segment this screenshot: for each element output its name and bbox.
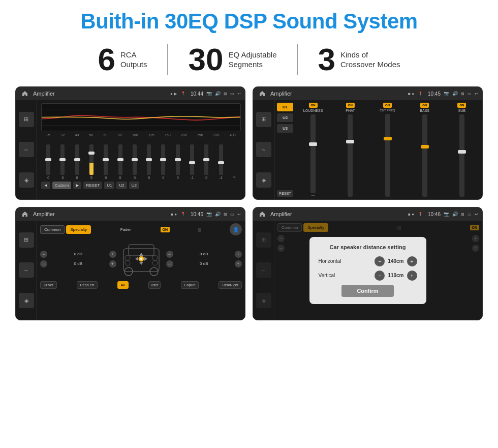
eq-slider-13: » [233,174,236,180]
fader-db-plus-1[interactable]: + [109,251,116,258]
crossover-status-bar: Amplifier ■ ● 📍 10:45 📷 🔊 ⊠ ▭ ↩ [253,87,482,100]
fader-rearleft-btn[interactable]: RearLeft [77,281,98,289]
fader-sidebar-btn-3[interactable]: ◈ [19,293,34,308]
cutfreq-slider[interactable] [385,114,390,197]
fader-app-name: Amplifier [33,211,168,217]
eq-u3-btn[interactable]: U3 [129,182,139,189]
fader-all-btn[interactable]: All [117,281,129,289]
bass-toggle[interactable]: ON [420,103,429,108]
home-icon-3[interactable] [20,209,30,219]
sub-slider[interactable] [459,114,464,197]
fader-rearright-btn[interactable]: RearRight [219,281,242,289]
fader-tabs: Common Specialty [40,225,91,234]
crossover-u3-btn[interactable]: U3 [277,124,293,133]
eq-u2-btn[interactable]: U2 [116,182,127,189]
eq-main-area: 25 32 40 50 63 80 100 125 160 200 250 32… [37,100,245,199]
eq-sidebar-btn-2[interactable]: ～ [19,142,34,157]
horizontal-label: Horizontal [319,258,341,264]
cutfreq-toggle[interactable]: ON [383,103,392,108]
dialog-sidebar-btn-1[interactable]: ⊞ [256,232,271,248]
bass-slider[interactable] [422,114,427,197]
fader-sidebar-btn-1[interactable]: ⊞ [19,232,34,248]
eq-sidebar-btn-3[interactable]: ◈ [19,172,34,188]
svg-point-10 [125,260,130,265]
stat-number-eq: 30 [188,44,223,75]
fader-db-plus-2[interactable]: + [109,260,116,267]
fader-bottom-bar: Driver RearLeft All User Copilot RearRig… [40,281,242,289]
horizontal-plus-btn[interactable]: + [407,256,417,266]
sub-name: SUB [458,109,465,112]
eq-u1-btn[interactable]: U1 [104,182,114,189]
fader-db-val-4: 0 dB [175,261,233,266]
distance-dialog: Car speaker distance setting Horizontal … [309,237,426,304]
dialog-sidebar-btn-2[interactable]: ～ [256,262,271,278]
crossover-u-buttons: U1 U2 U3 RESET [277,103,293,197]
fader-db-minus-1[interactable]: − [40,251,47,258]
crossover-u2-btn[interactable]: U2 [277,113,293,122]
fader-avatar[interactable]: 👤 [230,223,242,235]
svg-point-8 [140,258,142,260]
horizontal-minus-btn[interactable]: − [375,256,385,266]
dialog-screen-card: Amplifier ■ ● 📍 10:46 📷 🔊 ⊠ ▭ ↩ ⊞ ～ ◈ [253,207,483,320]
eq-reset-btn[interactable]: RESET [83,182,102,189]
dialog-title: Car speaker distance setting [319,244,417,250]
fader-driver-btn[interactable]: Driver [40,281,57,289]
fader-db-plus-4[interactable]: + [235,260,242,267]
dialog-horizontal-row: Horizontal − 140cm + [319,256,417,266]
eq-screen-card: Amplifier ● ▶ 📍 10:44 📷 🔊 ⊠ ▭ ↩ ⊞ ～ ◈ [15,86,245,200]
crossover-reset-btn[interactable]: RESET [277,190,293,197]
fader-label: Fader [120,227,131,232]
fader-db-minus-4[interactable]: − [166,260,173,267]
home-icon[interactable] [20,88,30,99]
fader-content: ⊞ ～ ◈ Common Specialty Fader ON ||| 👤 [16,221,245,320]
crossover-main-area: U1 U2 U3 RESET ON LOUDNESS [274,100,482,199]
screens-grid: Amplifier ● ▶ 📍 10:44 📷 🔊 ⊠ ▭ ↩ ⊞ ～ ◈ [15,86,483,320]
phat-toggle[interactable]: ON [346,103,355,108]
camera-icon: 📷 [206,91,212,96]
vertical-minus-btn[interactable]: − [375,271,385,281]
home-icon-4[interactable] [257,209,267,219]
eq-next-btn[interactable]: ▶ [73,182,81,189]
fader-on-toggle[interactable]: ON [161,227,170,232]
fader-copilot-btn[interactable]: Copilot [181,281,199,289]
phat-slider[interactable] [348,114,353,197]
fader-db-minus-2[interactable]: − [40,260,47,267]
dialog-time: 10:46 [428,212,441,217]
fader-common-tab[interactable]: Common [40,225,65,234]
home-icon-2[interactable] [257,88,267,99]
eq-sidebar-btn-1[interactable]: ⊞ [19,112,34,127]
crossover-sidebar-btn-2[interactable]: ～ [256,142,271,157]
fader-db-row-1: − 0 dB + [40,251,116,258]
volume-icon: 🔊 [215,91,221,96]
loudness-slider[interactable] [310,114,316,193]
channel-phat: ON PHAT [332,103,368,197]
confirm-button[interactable]: Confirm [341,285,393,297]
dialog-status-bar: Amplifier ■ ● 📍 10:46 📷 🔊 ⊠ ▭ ↩ [253,207,482,221]
crossover-sidebar-btn-3[interactable]: ◈ [256,172,271,188]
eq-status-bar: Amplifier ● ▶ 📍 10:44 📷 🔊 ⊠ ▭ ↩ [16,87,245,100]
eq-slider-6: 0 [133,144,137,180]
loudness-toggle[interactable]: ON [309,103,318,108]
fader-user-btn[interactable]: User [148,281,161,289]
eq-slider-5: 0 [118,144,122,180]
fader-db-val-2: 0 dB [49,261,107,266]
camera-icon-3: 📷 [206,212,212,217]
fader-sidebar-btn-2[interactable]: ～ [19,262,34,278]
eq-freq-labels: 25 32 40 50 63 80 100 125 160 200 250 32… [41,133,241,137]
fader-db-minus-3[interactable]: − [166,251,173,258]
dialog-sidebar-btn-3[interactable]: ◈ [256,293,271,308]
fader-specialty-tab[interactable]: Specialty [66,225,90,234]
vertical-plus-btn[interactable]: + [407,271,417,281]
eq-app-name: Amplifier [33,91,167,97]
sub-toggle[interactable]: ON [457,103,466,108]
fader-db-plus-3[interactable]: + [235,251,242,258]
stats-row: 6 RCA Outputs 30 EQ Adjustable Segments … [15,44,483,75]
stat-eq: 30 EQ Adjustable Segments [168,44,297,75]
crossover-sidebar-btn-1[interactable]: ⊞ [256,112,271,127]
eq-prev-btn[interactable]: ◄ [41,182,50,189]
eq-custom-btn[interactable]: Custom [52,182,72,189]
crossover-u1-btn[interactable]: U1 [277,103,293,111]
fader-db-val-3: 0 dB [175,252,233,256]
stat-label-rca: RCA Outputs [120,50,147,70]
eq-slider-0: 0 [46,144,50,180]
